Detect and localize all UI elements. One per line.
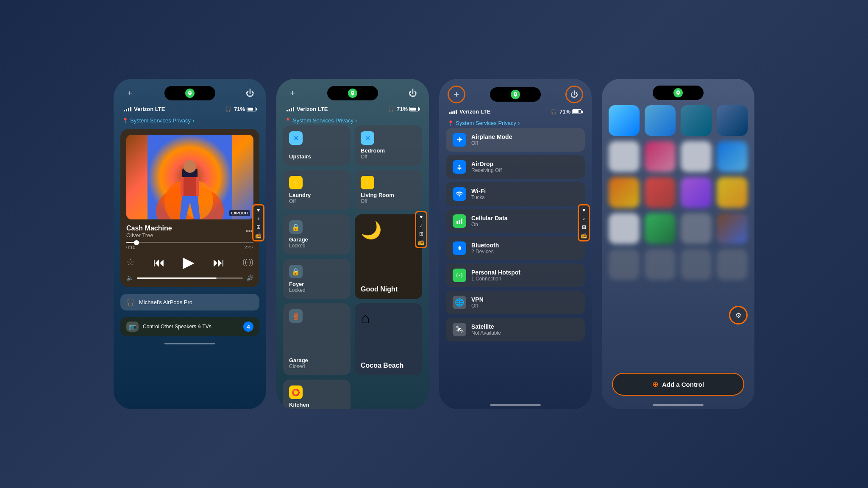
tile-garage-locked[interactable]: 🔒 Garage Locked — [283, 214, 351, 255]
tile-kitchen[interactable]: ⭕ Kitchen Off — [283, 380, 351, 409]
privacy-link-2[interactable]: 📍 System Services Privacy › — [276, 116, 429, 125]
satellite-status: Not Available — [471, 330, 578, 336]
progress-fill — [126, 242, 134, 243]
bluetooth-status: 2 Devices — [471, 249, 578, 255]
scene-good-night[interactable]: 🌙 Good Night — [355, 214, 422, 299]
tile-upstairs[interactable]: ✕ Upstairs — [283, 125, 351, 166]
time-labels: 0:10 -2:47 — [126, 245, 253, 250]
vpn-icon: 🌐 — [453, 296, 466, 309]
album-art: EXPLICIT — [126, 135, 253, 219]
tile-edit-3[interactable] — [681, 105, 712, 136]
tile-bluetooth[interactable]: Bluetooth 2 Devices — [446, 236, 585, 260]
power-button-1[interactable]: ⏻ — [242, 86, 258, 101]
side-panel-1: ♥ ♪ ⊞ 📻 — [252, 204, 264, 241]
screens-container: + ⏻ Verizon LTE — [0, 0, 868, 488]
tile-laundry-name: Laundry — [289, 192, 345, 198]
music-icon-2: ♪ — [420, 222, 423, 228]
tile-airdrop[interactable]: AirDrop Receiving Off — [446, 155, 585, 179]
fan-icon-upstairs: ✕ — [289, 131, 303, 145]
radio-icon-3: 📻 — [581, 233, 587, 238]
airplay-button[interactable]: ((·)) — [242, 258, 253, 266]
tile-foyer[interactable]: 🔒 Foyer Locked — [283, 259, 351, 299]
progress-track — [126, 242, 253, 243]
power-button-2[interactable]: ⏻ — [405, 86, 420, 101]
signal-bar-1 — [124, 110, 125, 111]
tile-edit-1[interactable] — [609, 105, 640, 136]
sb3-3 — [453, 111, 455, 114]
tile-laundry-info: Laundry Off — [289, 192, 345, 204]
tile-edit-2[interactable] — [645, 105, 676, 136]
side-controls-2: ♥ ♪ ⊞ 📻 — [415, 211, 427, 248]
music-player: EXPLICIT Cash Machine Oliver Tree ••• — [120, 129, 259, 287]
scene-cocoa-beach[interactable]: ⌂ Cocoa Beach — [355, 303, 422, 375]
location-icon-2: 📍 — [285, 118, 291, 124]
plus-button-3[interactable]: + — [448, 86, 465, 103]
green-icon-2 — [348, 89, 357, 98]
hotspot-name: Personal Hotspot — [471, 269, 578, 276]
tile-hotspot[interactable]: Personal Hotspot 1 Connection — [446, 263, 585, 287]
heart-icon-3: ♥ — [582, 207, 585, 213]
tile-edit-4[interactable] — [717, 105, 748, 136]
wifi-icon — [453, 187, 466, 201]
tile-garage-locked-status: Locked — [289, 243, 345, 249]
orange-circle-right[interactable]: ⚙ — [729, 306, 748, 324]
tile-garage-closed[interactable]: 🚪 Garage Closed — [283, 303, 351, 375]
lock-icon-foyer: 🔒 — [289, 265, 303, 278]
tile-living-room[interactable]: ⚡ Living Room Off — [355, 170, 422, 210]
tile-foyer-name: Foyer — [289, 281, 345, 287]
volume-track[interactable] — [137, 277, 243, 279]
progress-bar[interactable] — [126, 242, 253, 243]
tile-satellite[interactable]: 🛰 Satellite Not Available — [446, 318, 585, 341]
add-control-button[interactable]: ⊕ Add a Control — [612, 373, 744, 396]
previous-button[interactable]: ⏮ — [153, 255, 165, 269]
plus-button-1[interactable]: + — [122, 86, 137, 101]
airpods-bar[interactable]: 🎧 Michael's AirPods Pro — [120, 294, 259, 311]
blur-tile-8 — [717, 177, 748, 208]
tile-bedroom[interactable]: ✕ Bedroom Off — [355, 125, 422, 166]
power-button-3[interactable]: ⏻ — [565, 86, 583, 103]
music-icon-1: ♪ — [257, 216, 260, 222]
svg-point-5 — [184, 160, 196, 173]
tile-garage-closed-name: Garage — [289, 357, 345, 363]
hotspot-icon — [453, 269, 466, 282]
privacy-link-3[interactable]: 📍 System Services Privacy › — [439, 118, 592, 128]
headphone-icon-1: 🎧 — [225, 106, 231, 112]
carrier-info-1: Verizon LTE — [124, 106, 165, 112]
wifi-name: Wi-Fi — [471, 188, 578, 194]
plus-button-wrapper: + — [448, 86, 465, 103]
play-pause-button[interactable]: ▶ — [183, 253, 195, 271]
blur-tile-music — [717, 213, 748, 244]
display-icon-1: ⊞ — [256, 224, 261, 230]
tile-airplane-mode[interactable]: ✈ Airplane Mode Off — [446, 128, 585, 152]
playback-controls: ☆ ⏮ ▶ ⏭ ((·)) — [126, 253, 253, 271]
carrier-label-3: Verizon LTE — [459, 108, 490, 115]
dynamic-island-2 — [327, 86, 378, 100]
plus-button-2[interactable]: + — [285, 86, 300, 101]
tile-cellular[interactable]: Cellular Data On — [446, 209, 585, 233]
bluetooth-info: Bluetooth 2 Devices — [471, 242, 578, 255]
privacy-link-1[interactable]: 📍 System Services Privacy › — [114, 116, 266, 125]
battery-fill-2 — [410, 108, 416, 111]
next-button[interactable]: ⏭ — [213, 255, 225, 269]
battery-icon-1 — [247, 107, 256, 111]
home-grid: ✕ Upstairs ✕ Bedroom Off ⚡ — [276, 125, 429, 409]
track-text: Cash Machine Oliver Tree — [126, 225, 172, 238]
tile-living-room-info: Living Room Off — [361, 192, 416, 204]
tile-wifi[interactable]: Wi-Fi Tucks — [446, 182, 585, 206]
tile-bedroom-info: Bedroom Off — [361, 147, 416, 160]
add-control-plus-icon: ⊕ — [652, 380, 659, 389]
favorite-button[interactable]: ☆ — [126, 257, 135, 268]
tile-vpn[interactable]: 🌐 VPN Off — [446, 291, 585, 314]
screen-home: + ⏻ Verizon LTE — [276, 79, 429, 409]
tile-kitchen-name: Kitchen — [289, 402, 345, 408]
house-icon: ⌂ — [361, 309, 370, 327]
bluetooth-name: Bluetooth — [471, 242, 578, 249]
signal-bar-2 — [126, 109, 127, 111]
fan-icon-bedroom: ✕ — [361, 131, 374, 145]
wifi-status: Tucks — [471, 194, 578, 200]
cellular-icon — [453, 214, 466, 228]
dynamic-island-3 — [490, 87, 541, 102]
blur-tile-14 — [645, 249, 676, 280]
control-other-bar[interactable]: 📺 Control Other Speakers & TVs 4 — [120, 317, 259, 336]
tile-laundry[interactable]: ⚡ Laundry Off — [283, 170, 351, 210]
